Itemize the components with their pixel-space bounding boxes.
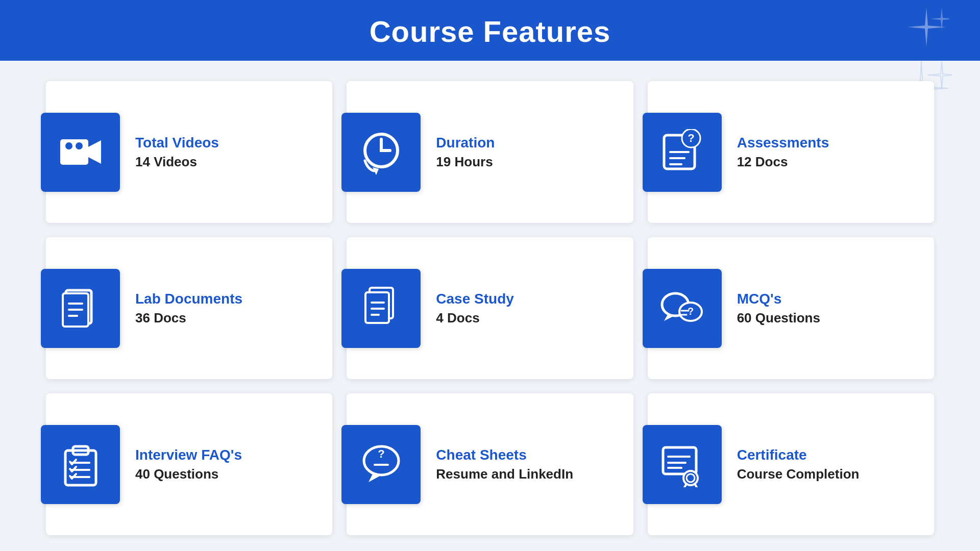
feature-card-assessments: Assessments12 Docs <box>648 81 934 223</box>
feature-card-duration: Duration19 Hours <box>347 81 633 223</box>
certificate-value: Course Completion <box>737 466 860 482</box>
mcqs-label: MCQ's <box>737 291 820 307</box>
assessments-label: Assessments <box>737 135 829 151</box>
case-study-value: 4 Docs <box>436 310 514 326</box>
total-videos-value: 14 Videos <box>135 154 219 170</box>
mcqs-icon-box <box>643 269 722 348</box>
mcqs-icon <box>659 285 705 331</box>
lab-documents-value: 36 Docs <box>135 310 242 326</box>
certificate-icon <box>659 441 705 487</box>
assessments-value: 12 Docs <box>737 154 829 170</box>
cheat-sheets-icon <box>358 441 404 487</box>
case-study-icon-box <box>341 269 421 348</box>
cheat-sheets-icon-box <box>341 425 421 504</box>
duration-label: Duration <box>436 135 495 151</box>
total-videos-icon-box <box>41 113 120 192</box>
interview-faqs-value: 40 Questions <box>135 466 242 482</box>
lab-documents-text: Lab Documents36 Docs <box>120 291 242 326</box>
assessments-icon-box <box>643 113 722 192</box>
duration-value: 19 Hours <box>436 154 495 170</box>
interview-faqs-icon-box <box>41 425 120 504</box>
feature-card-interview-faqs: Interview FAQ's40 Questions <box>46 393 332 535</box>
total-videos-label: Total Videos <box>135 135 219 151</box>
certificate-label: Certificate <box>737 447 860 463</box>
page-title: Course Features <box>0 14 980 48</box>
features-grid: Total Videos14 VideosDuration19 HoursAss… <box>0 61 980 551</box>
feature-card-lab-documents: Lab Documents36 Docs <box>46 237 332 379</box>
lab-documents-icon-box <box>41 269 120 348</box>
cheat-sheets-label: Cheat Sheets <box>436 447 573 463</box>
certificate-text: CertificateCourse Completion <box>722 447 860 482</box>
mcqs-text: MCQ's60 Questions <box>722 291 820 326</box>
interview-faqs-label: Interview FAQ's <box>135 447 242 463</box>
mcqs-value: 60 Questions <box>737 310 820 326</box>
assessments-text: Assessments12 Docs <box>722 135 829 170</box>
lab-documents-label: Lab Documents <box>135 291 242 307</box>
duration-icon-box <box>341 113 421 192</box>
cheat-sheets-text: Cheat SheetsResume and LinkedIn <box>421 447 573 482</box>
case-study-text: Case Study 4 Docs <box>421 291 514 326</box>
cheat-sheets-value: Resume and LinkedIn <box>436 466 573 482</box>
duration-text: Duration19 Hours <box>421 135 495 170</box>
duration-icon <box>358 129 404 175</box>
feature-card-mcqs: MCQ's60 Questions <box>648 237 934 379</box>
case-study-label: Case Study <box>436 291 514 307</box>
total-videos-text: Total Videos14 Videos <box>120 135 219 170</box>
feature-card-case-study: Case Study 4 Docs <box>347 237 633 379</box>
feature-card-cheat-sheets: Cheat SheetsResume and LinkedIn <box>347 393 633 535</box>
interview-faqs-text: Interview FAQ's40 Questions <box>120 447 242 482</box>
feature-card-certificate: CertificateCourse Completion <box>648 393 934 535</box>
lab-documents-icon <box>58 285 104 331</box>
case-study-icon <box>358 285 404 331</box>
total-videos-icon <box>58 129 104 175</box>
certificate-icon-box <box>643 425 722 504</box>
feature-card-total-videos: Total Videos14 Videos <box>46 81 332 223</box>
interview-faqs-icon <box>58 441 104 487</box>
header: Course Features <box>0 0 980 61</box>
page-wrapper: Course Features Total Videos14 VideosDur… <box>0 0 980 551</box>
assessments-icon <box>659 129 705 175</box>
